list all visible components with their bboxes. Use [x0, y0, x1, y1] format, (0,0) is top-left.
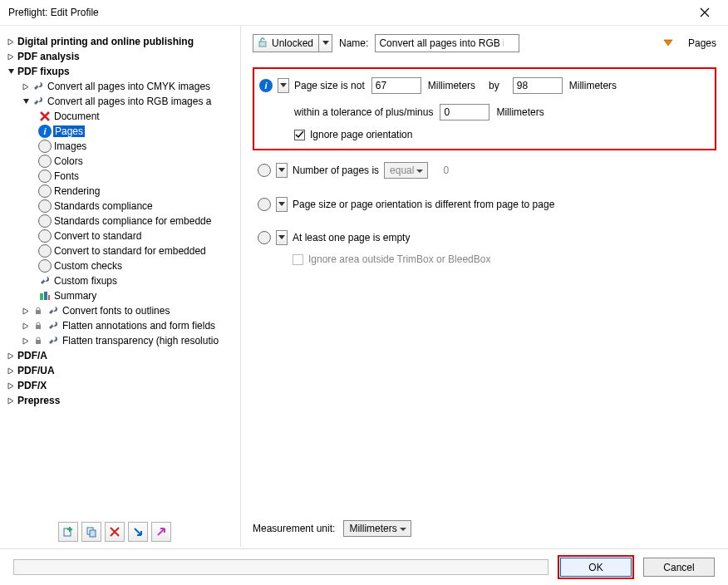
empty-icon [38, 184, 52, 198]
info-icon: i [38, 125, 52, 138]
tree-rendering[interactable]: Rendering [5, 184, 240, 199]
wrench-icon [47, 319, 60, 332]
wrench-icon [47, 304, 60, 317]
empty-icon [258, 164, 271, 177]
cancel-button[interactable]: Cancel [643, 558, 715, 577]
dropdown-triangle-icon[interactable] [663, 38, 673, 50]
wrench-icon [38, 274, 52, 288]
chevron-down-icon[interactable] [318, 35, 332, 52]
info-icon: i [259, 79, 273, 92]
status-bar [13, 559, 548, 575]
empty-icon [38, 214, 52, 228]
empty-icon [258, 231, 271, 244]
lock-icon [32, 319, 45, 332]
tree-summary[interactable]: Summary [5, 288, 240, 303]
measurement-unit-select[interactable]: Millimeters [343, 520, 411, 537]
tree-custom-fixups[interactable]: Custom fixups [5, 273, 240, 288]
ignore-orientation-checkbox[interactable] [294, 130, 305, 140]
tree-convert-standard-embedded[interactable]: Convert to standard for embedded [5, 243, 240, 258]
lock-state-dropdown[interactable]: Unlocked [253, 34, 332, 52]
empty-icon [38, 259, 52, 273]
empty-icon [38, 170, 52, 183]
by-label: by [489, 80, 499, 91]
tree-images[interactable]: Images [5, 139, 240, 154]
duplicate-button[interactable] [81, 522, 101, 542]
svg-rect-3 [36, 310, 41, 314]
tolerance-label: within a tolerance of plus/minus [294, 106, 433, 118]
tree-convert-cmyk[interactable]: Convert all pages into CMYK images [5, 79, 240, 94]
lock-icon [32, 304, 45, 317]
tree-pdf-analysis[interactable]: PDF analysis [5, 49, 240, 64]
empty-icon [38, 155, 52, 168]
tolerance-unit: Millimeters [496, 106, 544, 118]
close-button[interactable] [688, 0, 721, 25]
svg-rect-0 [40, 293, 43, 300]
error-x-icon [38, 110, 52, 123]
tree-prepress[interactable]: Prepress [5, 393, 240, 408]
svg-rect-8 [90, 530, 96, 537]
tree-convert-standard[interactable]: Convert to standard [5, 229, 240, 243]
unlock-icon [257, 37, 268, 51]
severity-dropdown[interactable] [276, 197, 288, 212]
svg-rect-4 [36, 325, 41, 329]
svg-rect-9 [259, 42, 266, 47]
window-title: Preflight: Edit Profile [7, 7, 688, 18]
height-input[interactable] [513, 77, 563, 94]
name-label: Name: [339, 37, 368, 49]
tree-pdf-fixups[interactable]: PDF fixups [5, 64, 240, 79]
profile-tree[interactable]: Digital printing and online publishing P… [0, 32, 240, 517]
tree-pdfua[interactable]: PDF/UA [5, 363, 240, 378]
panel-page-size: i Page size is not Millimeters by Millim… [253, 67, 716, 150]
ok-button[interactable]: OK [560, 558, 632, 577]
tree-pdfa[interactable]: PDF/A [5, 348, 240, 363]
ignore-trimbox-checkbox[interactable] [293, 254, 303, 265]
tree-flatten-transparency[interactable]: Flatten transparency (high resolutio [5, 333, 240, 348]
page-size-label: Page size is not [294, 80, 365, 91]
wrench-icon [32, 95, 45, 108]
empty-icon [38, 140, 52, 153]
ignore-trimbox-label: Ignore area outside TrimBox or BleedBox [308, 253, 490, 265]
num-pages-label: Number of pages is [293, 165, 379, 176]
ignore-orientation-label: Ignore page orientation [310, 129, 412, 140]
lock-icon [32, 334, 45, 347]
panel-page-diff: Page size or page orientation is differe… [253, 197, 716, 212]
width-input[interactable] [371, 77, 421, 94]
width-unit: Millimeters [428, 80, 475, 91]
severity-dropdown[interactable] [276, 230, 288, 245]
tree-convert-fonts[interactable]: Convert fonts to outlines [5, 303, 240, 318]
tree-custom-checks[interactable]: Custom checks [5, 258, 240, 273]
add-button[interactable] [58, 522, 78, 542]
export-button[interactable] [151, 522, 171, 542]
tree-colors[interactable]: Colors [5, 154, 240, 169]
tree-convert-rgb[interactable]: Convert all pages into RGB images a [5, 94, 240, 109]
pages-label: Pages [688, 37, 716, 49]
wrench-icon [32, 80, 45, 93]
severity-dropdown[interactable] [278, 78, 289, 93]
svg-rect-2 [48, 295, 50, 300]
num-pages-mode-select[interactable]: equal [384, 162, 428, 179]
height-unit: Millimeters [569, 80, 617, 91]
empty-icon [258, 198, 271, 211]
tree-toolbar [0, 517, 240, 547]
num-pages-value: 0 [443, 165, 449, 176]
delete-button[interactable] [105, 522, 125, 542]
tree-standards-embedded[interactable]: Standards compliance for embedde [5, 214, 240, 229]
empty-icon [38, 229, 52, 243]
tree-standards-compliance[interactable]: Standards compliance [5, 199, 240, 214]
svg-rect-5 [36, 340, 41, 344]
svg-rect-1 [44, 292, 47, 300]
empty-icon [38, 199, 52, 213]
severity-dropdown[interactable] [276, 163, 288, 178]
tree-pdfx[interactable]: PDF/X [5, 378, 240, 393]
tree-pages[interactable]: iPages [5, 124, 240, 139]
tree-digital-printing[interactable]: Digital printing and online publishing [5, 34, 240, 49]
import-button[interactable] [128, 522, 148, 542]
tree-flatten-annotations[interactable]: Flatten annotations and form fields [5, 318, 240, 333]
tolerance-input[interactable] [440, 104, 489, 120]
empty-page-label: At least one page is empty [293, 232, 410, 243]
tree-fonts[interactable]: Fonts [5, 169, 240, 184]
panel-num-pages: Number of pages is equal 0 [253, 162, 716, 179]
page-diff-label: Page size or page orientation is differe… [293, 199, 554, 210]
profile-name-input[interactable] [375, 34, 519, 52]
tree-document[interactable]: Document [5, 109, 240, 124]
